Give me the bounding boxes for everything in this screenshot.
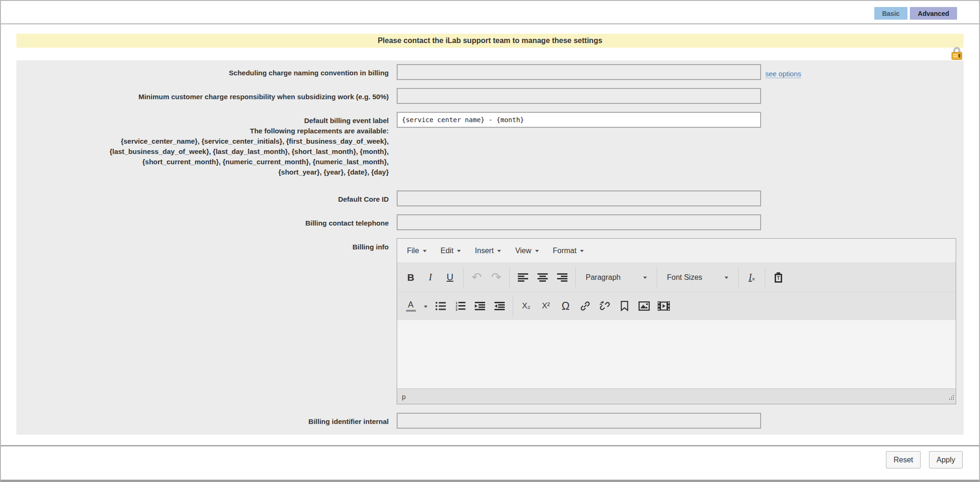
chevron-down-icon [457, 250, 461, 252]
toolbar-separator [738, 267, 739, 288]
toolbar-separator [575, 267, 576, 288]
menu-label: Format [553, 247, 577, 255]
chevron-down-icon [580, 250, 584, 252]
min-charge-input[interactable] [397, 88, 761, 104]
dropdown-label: Font Sizes [667, 273, 703, 282]
field-label: Billing info [16, 238, 397, 252]
form-row-billing-identifier: Billing identifier internal [16, 413, 956, 429]
apply-button[interactable]: Apply [929, 451, 963, 468]
underline-icon[interactable]: U [440, 267, 460, 288]
undo-icon[interactable]: ↶ [467, 267, 486, 288]
editor-status-bar: p [397, 388, 956, 404]
subscript-icon[interactable]: X₂ [516, 295, 536, 317]
element-path[interactable]: p [402, 393, 406, 401]
billing-event-label-input[interactable] [397, 112, 761, 128]
tab-advanced[interactable]: Advanced [910, 7, 957, 20]
tab-basic[interactable]: Basic [874, 7, 907, 20]
toolbar-separator [513, 296, 513, 316]
help-line: {short_year}, {year}, {date}, {day} [16, 167, 389, 177]
indent-icon[interactable] [470, 295, 490, 317]
billing-telephone-input[interactable] [397, 214, 761, 230]
default-core-id-input[interactable] [397, 190, 761, 206]
superscript-icon[interactable]: X² [536, 295, 556, 317]
form-row-billing-telephone: Billing contact telephone [16, 214, 956, 230]
billing-identifier-input[interactable] [397, 413, 761, 429]
field-label: Default Core ID [16, 190, 397, 204]
field-label: Scheduling charge naming convention in b… [16, 64, 397, 78]
toolbar-separator [765, 267, 765, 288]
support-banner: Please contact the iLab support team to … [16, 34, 964, 48]
align-center-icon[interactable] [533, 267, 552, 288]
form-row-billing-event-label: Default billing event label The followin… [16, 112, 956, 177]
menu-label: View [515, 247, 531, 255]
action-buttons: Reset Apply [1, 446, 979, 468]
settings-page: Basic Advanced Please contact the iLab s… [0, 0, 980, 482]
top-bar: Basic Advanced [1, 1, 979, 23]
image-icon[interactable] [634, 295, 654, 317]
redo-icon[interactable]: ↷ [486, 267, 506, 288]
settings-panel: Scheduling charge naming convention in b… [16, 60, 964, 435]
resize-handle-icon[interactable] [948, 394, 954, 402]
field-label: Billing contact telephone [16, 214, 397, 228]
menu-insert[interactable]: Insert [468, 241, 508, 260]
scheduling-charge-input[interactable] [397, 64, 761, 80]
lock-icon[interactable] [951, 46, 963, 60]
svg-text:T: T [777, 276, 780, 281]
menu-edit[interactable]: Edit [434, 241, 468, 260]
clear-formatting-icon[interactable]: I× [742, 267, 762, 288]
field-label: Default billing event label [16, 116, 389, 126]
form-row-min-charge: Minimum customer charge responsibility w… [16, 88, 956, 104]
align-right-icon[interactable] [552, 267, 572, 288]
billing-info-editor: File Edit Insert View Format B I U ↶ ↷ [397, 238, 956, 404]
outdent-icon[interactable] [490, 295, 509, 317]
media-icon[interactable] [654, 295, 674, 317]
editor-content-area[interactable] [397, 320, 956, 388]
align-left-icon[interactable] [513, 267, 533, 288]
chevron-down-icon [424, 306, 428, 308]
help-line: {service_center_name}, {service_center_i… [16, 136, 389, 146]
help-line: The following replacements are available… [16, 126, 389, 136]
clear-formatting-x: × [752, 276, 755, 283]
dropdown-label: Paragraph [586, 273, 621, 282]
italic-icon[interactable]: I [421, 267, 440, 288]
chevron-down-icon [535, 250, 539, 252]
text-color-icon[interactable]: A [401, 295, 421, 317]
field-label-block: Default billing event label The followin… [16, 112, 397, 177]
reset-button[interactable]: Reset [886, 451, 921, 468]
bold-icon[interactable]: B [401, 267, 421, 288]
menu-view[interactable]: View [508, 241, 545, 260]
editor-toolbar-row2: A 123 [397, 292, 956, 320]
menu-label: Edit [441, 247, 454, 255]
special-character-icon[interactable]: Ω [556, 295, 575, 317]
help-line: {short_current_month}, {numeric_current_… [16, 157, 389, 167]
field-label: Billing identifier internal [16, 413, 397, 427]
toolbar-separator [463, 267, 464, 288]
numbered-list-icon[interactable]: 123 [450, 295, 470, 317]
toolbar-separator [509, 267, 510, 288]
editor-toolbar-row1: B I U ↶ ↷ [397, 263, 956, 292]
font-sizes-dropdown[interactable]: Font Sizes [661, 267, 735, 288]
lock-row [16, 48, 964, 60]
chevron-down-icon [725, 277, 728, 279]
menu-file[interactable]: File [400, 241, 434, 260]
svg-text:1: 1 [456, 301, 457, 305]
unlink-icon[interactable] [595, 295, 615, 317]
paste-as-text-icon[interactable]: T [769, 267, 788, 288]
text-color-caret[interactable] [421, 295, 431, 317]
menu-format[interactable]: Format [546, 241, 591, 260]
see-options-link[interactable]: see options [765, 70, 801, 78]
content-area: Please contact the iLab support team to … [1, 34, 979, 435]
svg-text:2: 2 [456, 305, 457, 308]
field-label: Minimum customer charge responsibility w… [16, 88, 397, 102]
link-icon[interactable] [575, 295, 595, 317]
paragraph-dropdown[interactable]: Paragraph [579, 267, 653, 288]
top-divider [1, 23, 979, 24]
form-row-scheduling-charge: Scheduling charge naming convention in b… [16, 64, 956, 80]
anchor-icon[interactable] [615, 295, 634, 317]
form-row-billing-info: Billing info File Edit Insert View Forma… [16, 238, 956, 404]
mode-tabs: Basic Advanced [874, 7, 957, 20]
clear-formatting-i: I [748, 272, 752, 283]
bullet-list-icon[interactable] [431, 295, 450, 317]
chevron-down-icon [643, 277, 647, 279]
menu-label: Insert [475, 247, 494, 255]
